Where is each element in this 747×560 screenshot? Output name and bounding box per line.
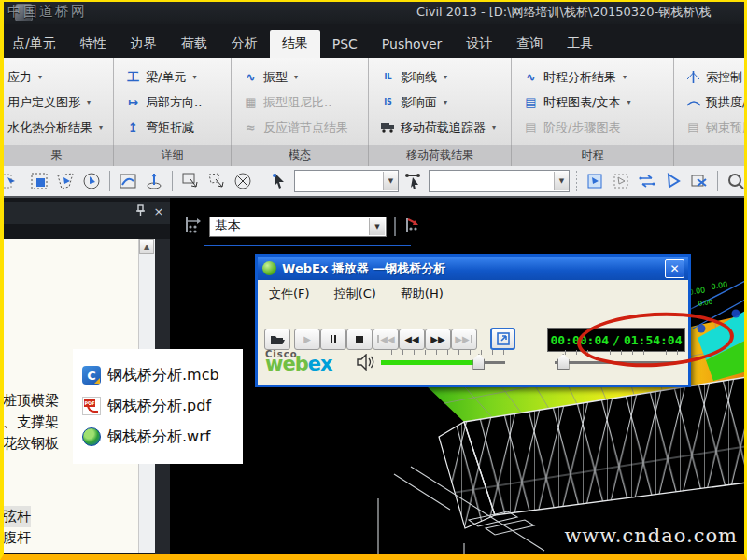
result-mode-combo[interactable]: 基本 ▼ xyxy=(209,217,387,237)
tab-results[interactable]: 结果 xyxy=(270,30,320,58)
moment-reduction-button[interactable]: ↥ 弯矩折减 xyxy=(114,115,231,140)
seek-handle[interactable] xyxy=(557,354,570,370)
toolbar-accent-line xyxy=(204,245,411,246)
skip-end-button: ▶▶ xyxy=(451,329,477,350)
menu-help[interactable]: 帮助(H) xyxy=(401,286,444,302)
tree-item-group[interactable]: 桩顶横梁 、支撑架 花纹钢板 xyxy=(3,390,59,455)
pick-select-icon[interactable] xyxy=(268,170,290,192)
chevron-down-icon[interactable]: ▼ xyxy=(369,218,385,235)
camber-button[interactable]: 预拱度/ xyxy=(674,90,747,115)
tab-boundary[interactable]: 边界 xyxy=(119,30,169,58)
select-previous-icon[interactable] xyxy=(2,170,24,192)
speaker-icon[interactable] xyxy=(357,354,375,374)
tree-item-web[interactable]: 腹杆 xyxy=(3,527,31,549)
menu-file[interactable]: 文件(F) xyxy=(269,286,310,302)
fullscreen-button[interactable] xyxy=(490,328,515,350)
rewind-button[interactable]: ◀◀ xyxy=(399,329,425,350)
tab-psc[interactable]: PSC xyxy=(320,30,370,58)
select-polygon-icon[interactable] xyxy=(54,170,77,192)
node-pick-icon[interactable] xyxy=(403,216,422,238)
file-list: C 钢栈桥分析.mcb PDF 钢栈桥分析.pdf 钢栈桥分析.wrf xyxy=(73,349,243,464)
panel-header: × xyxy=(0,202,170,224)
tree-item-chord[interactable]: 弦杆 xyxy=(3,506,31,527)
dialog-title-bar[interactable]: WebEx 播放器 —钢栈桥分析 xyxy=(258,257,688,280)
cable-control-button[interactable]: 索控制 xyxy=(674,64,747,90)
tab-load[interactable]: 荷载 xyxy=(169,30,219,58)
file-item-mcb[interactable]: C 钢栈桥分析.mcb xyxy=(82,364,219,386)
group-label-time-history: 时程 xyxy=(512,145,674,166)
tab-properties[interactable]: 特性 xyxy=(68,30,119,58)
stop-button[interactable] xyxy=(346,329,373,350)
model-annotation: 0.00 xyxy=(698,299,713,308)
response-spectrum-node-button: ≈ 反应谱节点结果 xyxy=(232,115,368,140)
pause-button[interactable] xyxy=(320,329,346,350)
tab-tools[interactable]: 工具 xyxy=(555,30,605,58)
unselect-circle-icon[interactable] xyxy=(232,170,254,192)
selection-name-input[interactable]: ▼ xyxy=(294,170,399,192)
tree-item-group-bottom[interactable]: 弦杆 腹杆 xyxy=(3,506,31,549)
wave-chart-icon: ∿ xyxy=(523,70,539,85)
user-defined-graph-button[interactable]: 用户定义图形▾ xyxy=(0,90,113,115)
dropdown-arrow-icon: ▾ xyxy=(38,73,42,81)
file-item-wrf[interactable]: 钢栈桥分析.wrf xyxy=(82,426,210,448)
named-selection-combo[interactable]: ▼ xyxy=(429,170,570,192)
tree-item[interactable]: 桩顶横梁 xyxy=(3,390,59,412)
pick-node-icon[interactable] xyxy=(402,170,425,192)
deactivate-icon[interactable] xyxy=(610,170,632,192)
volume-handle[interactable] xyxy=(472,354,485,370)
select-plane-icon[interactable] xyxy=(143,170,165,192)
open-file-button[interactable] xyxy=(264,329,290,350)
cable-tower-icon xyxy=(685,70,701,85)
activate-all-icon[interactable] xyxy=(662,170,684,192)
moving-load-tracer-button[interactable]: 移动荷载追踪器▾ xyxy=(369,115,511,140)
vibration-mode-button[interactable]: ∿ 振型▾ xyxy=(232,64,368,90)
time-history-results-button[interactable]: ∿ 时程分析结果▾ xyxy=(512,64,673,90)
select-window-icon[interactable] xyxy=(28,170,50,192)
menu-control[interactable]: 控制(C) xyxy=(334,286,376,302)
local-direction-button[interactable]: ↦ 局部方向.. xyxy=(114,90,231,115)
skip-start-button: ◀◀ xyxy=(373,329,399,350)
beam-element-button[interactable]: 工 梁/单元▾ xyxy=(114,64,231,90)
time-history-graph-text-button[interactable]: ▤ 时程图表/文本▾ xyxy=(512,90,673,115)
tab-node-element[interactable]: 点/单元 xyxy=(0,30,68,58)
tab-analysis[interactable]: 分析 xyxy=(219,30,270,58)
dialog-close-button[interactable]: ✕ xyxy=(665,259,684,278)
tree-item[interactable]: 花纹钢板 xyxy=(3,433,59,455)
dropdown-arrow-icon: ▾ xyxy=(192,73,196,81)
scroll-up-icon[interactable]: ▲ xyxy=(139,239,154,254)
active-identity-icon[interactable] xyxy=(688,170,711,192)
chevron-down-icon[interactable]: ▼ xyxy=(554,172,569,190)
unselect-polygon-icon[interactable] xyxy=(205,170,228,192)
select-intersect-line-icon[interactable] xyxy=(117,170,139,192)
zoom-window-icon[interactable] xyxy=(725,170,747,192)
reverse-activate-icon[interactable] xyxy=(636,170,658,192)
tab-design[interactable]: 设计 xyxy=(454,30,504,58)
stress-button[interactable]: 应力▾ xyxy=(0,64,113,90)
fast-forward-button[interactable]: ▶▶ xyxy=(425,329,451,350)
dialog-menu-bar: 文件(F) 控制(C) 帮助(H) xyxy=(260,283,444,305)
tab-query[interactable]: 查询 xyxy=(504,30,555,58)
pdf-file-icon: PDF xyxy=(82,397,101,415)
select-circle-icon[interactable] xyxy=(80,170,103,192)
influence-line-button[interactable]: IL 影响线▾ xyxy=(369,64,511,90)
tab-pushover[interactable]: Pushover xyxy=(370,30,454,58)
dropdown-arrow-icon: ▾ xyxy=(444,73,447,81)
volume-slider[interactable] xyxy=(381,350,505,371)
close-icon[interactable]: × xyxy=(151,204,166,218)
group-label-mode: 模态 xyxy=(232,145,369,166)
pin-icon[interactable] xyxy=(133,204,148,219)
unselect-window-icon[interactable] xyxy=(179,170,202,192)
chevron-down-icon[interactable]: ▼ xyxy=(383,172,398,190)
file-item-pdf[interactable]: PDF 钢栈桥分析.pdf xyxy=(82,395,211,417)
video-watermark: www.cndao.com xyxy=(564,525,738,547)
activate-icon[interactable] xyxy=(584,170,606,192)
ribbon-group-cable: 索控制 预拱度/ ▤ 钢束预应 xyxy=(674,58,747,145)
selection-toolbar: ▼ ▼ xyxy=(0,166,747,198)
influence-surface-button[interactable]: IS 影响面▾ xyxy=(369,90,511,115)
influence-line-icon: IL xyxy=(380,70,396,85)
node-numbering-icon[interactable] xyxy=(183,216,202,238)
tree-item[interactable]: 、支撑架 xyxy=(3,412,59,433)
camber-icon xyxy=(685,95,701,110)
hydration-heat-results-button[interactable]: 水化热分析结果▾ xyxy=(0,115,113,140)
window-title-bar: 中国道桥网 Civil 2013 - [D:\网络培训\栈桥\20150320-… xyxy=(0,0,747,24)
